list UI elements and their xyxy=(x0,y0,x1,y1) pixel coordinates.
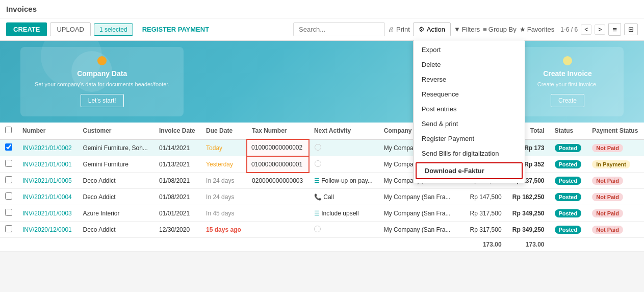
th-status: Status xyxy=(550,123,587,139)
filters-button[interactable]: ▼ Filters xyxy=(454,26,480,33)
cell-payment-status: Not Paid xyxy=(587,205,644,222)
row-checkbox[interactable] xyxy=(5,209,12,216)
search-input[interactable] xyxy=(293,22,385,36)
cell-tax-number: 020000000000003 xyxy=(247,173,309,189)
dd-item-download-efaktur[interactable]: Download e-Faktur xyxy=(416,162,523,179)
cell-due-date: In 45 days xyxy=(201,205,247,222)
action-dropdown: Export Delete Reverse Resequence Post en… xyxy=(413,40,525,183)
table-row: INV/2021/01/0005Deco Addict01/08/2021In … xyxy=(0,173,644,189)
group-icon: ≡ xyxy=(483,26,487,33)
cell-tax-excluded: Rp 147,500 xyxy=(457,189,507,205)
top-bar: Invoices xyxy=(0,0,644,18)
create-invoice-button[interactable]: Create xyxy=(551,94,584,107)
cell-number[interactable]: INV/2021/01/0005 xyxy=(17,173,78,189)
lets-start-button[interactable]: Let's start! xyxy=(81,94,124,107)
select-all-checkbox[interactable] xyxy=(5,127,12,133)
row-checkbox[interactable] xyxy=(5,160,12,167)
cell-total: Rp 162,250 xyxy=(507,189,550,205)
cell-total: Rp 349,250 xyxy=(507,222,550,238)
cell-total: Rp 349,250 xyxy=(507,205,550,222)
invoices-table: Number Customer Invoice Date Due Date Ta… xyxy=(0,123,644,252)
create-button[interactable]: CREATE xyxy=(6,22,47,36)
row-checkbox[interactable] xyxy=(5,192,12,200)
dd-item-register-payment[interactable]: Register Payment xyxy=(414,131,525,146)
create-invoice-card: Create Invoice Create your first invoice… xyxy=(511,47,624,116)
dd-item-resequence[interactable]: Resequence xyxy=(414,87,525,102)
grid-view-button[interactable]: ⊞ xyxy=(624,23,638,35)
company-data-card: Company Data Set your company's data for… xyxy=(20,47,184,116)
cell-due-date: 15 days ago xyxy=(201,222,247,238)
footer-total: 173.00 xyxy=(507,238,550,252)
dd-item-export[interactable]: Export xyxy=(414,42,525,57)
row-checkbox[interactable] xyxy=(5,143,12,151)
cell-status: Posted xyxy=(550,139,587,156)
th-checkbox xyxy=(0,123,17,139)
cell-status: Posted xyxy=(550,173,587,189)
upload-button[interactable]: UPLOAD xyxy=(50,22,90,36)
cell-due-date: In 24 days xyxy=(201,189,247,205)
table-row: INV/2021/01/0004Deco Addict01/08/2021In … xyxy=(0,189,644,205)
dd-item-send-bills[interactable]: Send Bills for digitalization xyxy=(414,146,525,161)
dd-item-delete[interactable]: Delete xyxy=(414,57,525,72)
cell-tax-number xyxy=(247,222,309,238)
cell-due-date: Today xyxy=(201,139,247,156)
cell-payment-status: Not Paid xyxy=(587,189,644,205)
company-data-title: Company Data xyxy=(35,69,169,78)
prev-page-button[interactable]: < xyxy=(581,25,591,35)
cell-number[interactable]: INV/2020/12/0001 xyxy=(17,222,78,238)
cell-company: My Company (San Fra... xyxy=(379,222,457,238)
dd-item-post-entries[interactable]: Post entries xyxy=(414,102,525,116)
pagination: 1-6 / 6 xyxy=(560,26,578,33)
cell-number[interactable]: INV/2021/01/0003 xyxy=(17,205,78,222)
group-by-button[interactable]: ≡ Group By xyxy=(483,26,517,33)
next-page-button[interactable]: > xyxy=(595,25,605,35)
th-number: Number xyxy=(17,123,78,139)
footer-tax-excluded: 173.00 xyxy=(457,238,507,252)
create-invoice-desc: Create your first invoice. xyxy=(526,81,609,88)
create-invoice-title: Create Invoice xyxy=(526,69,609,78)
cell-invoice-date: 12/30/2020 xyxy=(154,222,201,238)
cell-tax-number: 010000000000002 xyxy=(247,139,309,156)
cell-status: Posted xyxy=(550,156,587,173)
action-button[interactable]: ⚙ Action xyxy=(413,22,451,36)
cell-invoice-date: 01/14/2021 xyxy=(154,139,201,156)
table-row: INV/2021/01/0002Gemini Furniture, Soh...… xyxy=(0,139,644,156)
cell-payment-status: Not Paid xyxy=(587,222,644,238)
cell-invoice-date: 01/13/2021 xyxy=(154,156,201,173)
cell-tax-number xyxy=(247,189,309,205)
print-button[interactable]: 🖨 Print xyxy=(388,26,410,33)
list-view-button[interactable]: ≡ xyxy=(608,23,621,36)
th-tax-number: Tax Number xyxy=(247,123,309,139)
table-row: INV/2021/01/0001Gemini Furniture01/13/20… xyxy=(0,156,644,173)
cell-number[interactable]: INV/2021/01/0001 xyxy=(17,156,78,173)
row-checkbox[interactable] xyxy=(5,225,12,232)
dd-item-send-print[interactable]: Send & print xyxy=(414,116,525,131)
cell-invoice-date: 01/08/2021 xyxy=(154,189,201,205)
cell-status: Posted xyxy=(550,205,587,222)
th-next-activity: Next Activity xyxy=(309,123,379,139)
cell-customer: Deco Addict xyxy=(78,173,154,189)
cell-due-date: In 24 days xyxy=(201,173,247,189)
th-payment-status: Payment Status xyxy=(587,123,644,139)
cell-customer: Gemini Furniture xyxy=(78,156,154,173)
company-data-desc: Set your company's data for documents he… xyxy=(35,81,169,88)
cell-number[interactable]: INV/2021/01/0002 xyxy=(17,139,78,156)
cell-customer: Azure Interior xyxy=(78,205,154,222)
favorites-button[interactable]: ★ Favorites xyxy=(520,26,554,33)
cell-next-activity: ☰ Include upsell xyxy=(309,205,379,222)
group-by-label: Group By xyxy=(488,26,517,33)
cell-tax-number xyxy=(247,205,309,222)
cell-invoice-date: 01/01/2021 xyxy=(154,205,201,222)
banner-area: Company Data Set your company's data for… xyxy=(0,41,644,123)
register-payment-button[interactable]: REGISTER PAYMENT xyxy=(136,23,215,36)
cell-tax-excluded: Rp 317,500 xyxy=(457,222,507,238)
dd-item-reverse[interactable]: Reverse xyxy=(414,72,525,87)
cell-number[interactable]: INV/2021/01/0004 xyxy=(17,189,78,205)
table-row: INV/2021/01/0003Azure Interior01/01/2021… xyxy=(0,205,644,222)
filters-label: Filters xyxy=(462,26,480,33)
cell-customer: Deco Addict xyxy=(78,189,154,205)
row-checkbox[interactable] xyxy=(5,176,12,183)
cell-payment-status: Not Paid xyxy=(587,173,644,189)
action-menu-wrapper: ⚙ Action Export Delete Reverse Resequenc… xyxy=(413,22,451,36)
cell-company: My Company (San Fra... xyxy=(379,205,457,222)
